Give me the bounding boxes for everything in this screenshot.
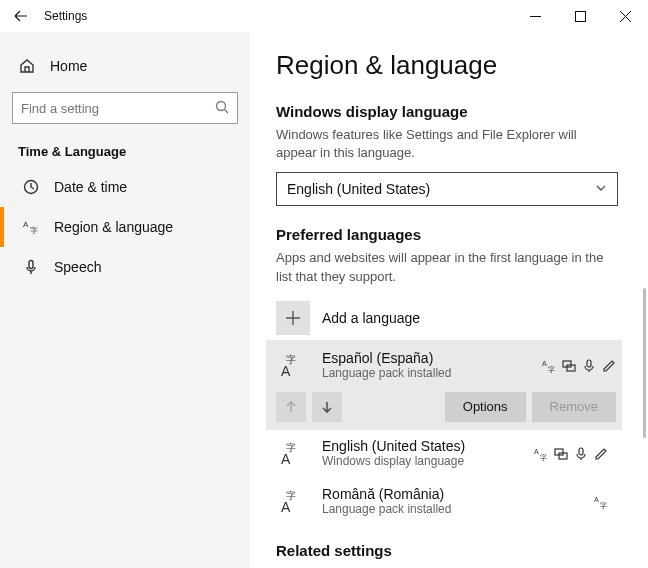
display-language-dropdown[interactable]: English (United States)	[276, 172, 618, 206]
speech-icon	[574, 447, 588, 461]
nav-speech[interactable]: Speech	[0, 247, 238, 287]
svg-text:字: 字	[548, 366, 555, 373]
svg-text:A: A	[534, 448, 539, 455]
display-language-desc: Windows features like Settings and File …	[276, 126, 618, 162]
clock-icon	[22, 178, 40, 196]
svg-rect-19	[579, 448, 583, 455]
sidebar: Home Find a setting Time & Language Date…	[0, 32, 250, 568]
language-capabilities: A字	[594, 495, 608, 509]
add-language-button[interactable]: Add a language	[276, 296, 618, 340]
speech-icon	[582, 359, 596, 373]
related-settings-title: Related settings	[276, 542, 618, 559]
language-icon: A字	[22, 218, 40, 236]
text-to-speech-icon: A字	[542, 359, 556, 373]
svg-text:A: A	[281, 451, 291, 467]
language-capabilities: A字	[542, 359, 616, 373]
svg-text:A: A	[281, 363, 291, 379]
move-up-button[interactable]	[276, 392, 306, 422]
move-down-button[interactable]	[312, 392, 342, 422]
window-title: Settings	[40, 9, 87, 23]
nav-item-label: Date & time	[54, 179, 127, 195]
plus-icon	[276, 301, 310, 335]
display-language-title: Windows display language	[276, 103, 618, 120]
language-sub: Windows display language	[322, 454, 465, 470]
svg-text:A: A	[23, 220, 29, 229]
language-name: Română (România)	[322, 486, 451, 503]
svg-text:A: A	[594, 496, 599, 503]
scrollbar[interactable]	[643, 288, 646, 438]
close-button[interactable]	[603, 0, 648, 32]
nav-item-label: Speech	[54, 259, 101, 275]
language-name: English (United States)	[322, 438, 465, 455]
language-glyph-icon: 字A	[276, 348, 312, 384]
nav-region-language[interactable]: A字 Region & language	[0, 207, 238, 247]
svg-rect-5	[29, 261, 33, 269]
minimize-button[interactable]	[513, 0, 558, 32]
handwriting-icon	[602, 359, 616, 373]
language-glyph-icon: 字A	[276, 436, 312, 472]
language-sub: Language pack installed	[322, 502, 451, 518]
language-item[interactable]: 字A Română (România) Language pack instal…	[276, 478, 618, 526]
preferred-languages-desc: Apps and websites will appear in the fir…	[276, 249, 618, 285]
page-title: Region & language	[276, 50, 618, 81]
options-button[interactable]: Options	[445, 392, 526, 422]
preferred-languages-title: Preferred languages	[276, 226, 618, 243]
search-icon	[215, 100, 229, 117]
svg-text:字: 字	[600, 502, 607, 509]
microphone-icon	[22, 258, 40, 276]
language-item-selected[interactable]: 字A Español (España) Language pack instal…	[266, 340, 622, 430]
nav-date-time[interactable]: Date & time	[0, 167, 238, 207]
svg-rect-12	[587, 360, 591, 367]
display-icon	[562, 359, 576, 373]
back-button[interactable]	[0, 0, 40, 32]
titlebar: Settings	[0, 0, 648, 32]
svg-text:字: 字	[540, 454, 547, 461]
nav-item-label: Region & language	[54, 219, 173, 235]
text-to-speech-icon: A字	[594, 495, 608, 509]
svg-text:A: A	[281, 499, 291, 515]
handwriting-icon	[594, 447, 608, 461]
language-item[interactable]: 字A English (United States) Windows displ…	[276, 430, 618, 478]
dropdown-value: English (United States)	[287, 181, 595, 197]
svg-text:A: A	[542, 360, 547, 367]
svg-text:字: 字	[30, 226, 38, 235]
display-icon	[554, 447, 568, 461]
remove-button[interactable]: Remove	[532, 392, 616, 422]
language-glyph-icon: 字A	[276, 484, 312, 520]
nav-category: Time & Language	[12, 138, 238, 167]
svg-rect-0	[576, 11, 586, 21]
main-content: Region & language Windows display langua…	[250, 32, 648, 568]
language-name: Español (España)	[322, 350, 451, 367]
chevron-down-icon	[595, 181, 607, 197]
svg-point-1	[217, 101, 226, 110]
maximize-button[interactable]	[558, 0, 603, 32]
home-icon	[18, 57, 36, 75]
search-placeholder: Find a setting	[21, 101, 215, 116]
language-capabilities: A字	[534, 447, 608, 461]
search-input[interactable]: Find a setting	[12, 92, 238, 124]
nav-home-label: Home	[50, 58, 87, 74]
language-sub: Language pack installed	[322, 366, 451, 382]
text-to-speech-icon: A字	[534, 447, 548, 461]
add-language-label: Add a language	[322, 310, 420, 326]
nav-home[interactable]: Home	[12, 48, 238, 84]
settings-window: Settings Home Find a setting Time & Lang…	[0, 0, 648, 568]
